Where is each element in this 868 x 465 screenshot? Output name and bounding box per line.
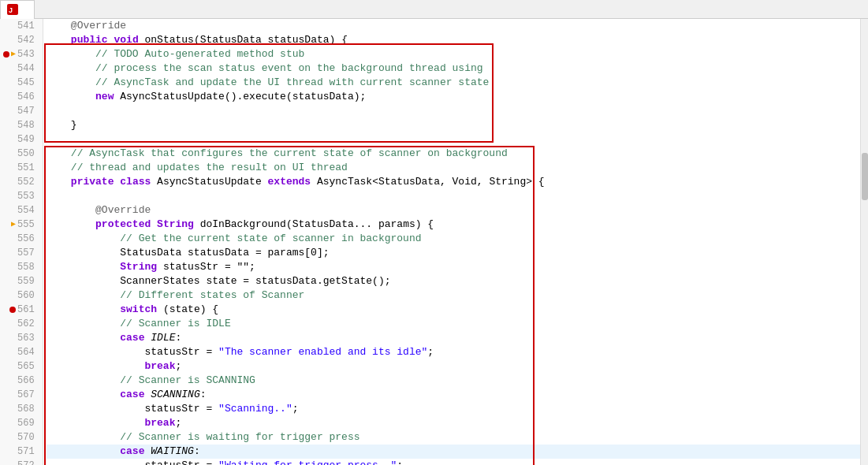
token: ; (427, 345, 434, 359)
scrollbar-thumb[interactable] (862, 153, 868, 200)
token: onStatus(StatusData statusData) { (139, 33, 348, 47)
line-num-text: 551 (17, 161, 35, 175)
token: // Get the current state of scanner in b… (47, 232, 422, 246)
line-num-text: 565 (17, 359, 35, 374)
line-number-553: 553 (3, 189, 38, 203)
token: // AsyncTask that configures the current… (47, 147, 508, 161)
line-number-548: 548 (3, 118, 38, 132)
code-line-557: StatusData statusData = params[0]; (47, 246, 860, 260)
code-content[interactable]: @Override public void onStatus(StatusDat… (43, 19, 860, 465)
token: // Scanner is waiting for trigger press (47, 430, 360, 445)
token: // TODO Auto-generated method stub (47, 47, 305, 61)
line-number-567: 567 (3, 388, 38, 402)
token (47, 303, 121, 317)
line-num-text: 556 (17, 232, 35, 246)
token: @Override (47, 19, 126, 33)
token (108, 33, 114, 47)
code-line-555: protected String doInBackground(StatusDa… (47, 218, 860, 232)
token (47, 359, 145, 374)
line-number-571: 571 (3, 445, 38, 459)
token (114, 175, 120, 189)
line-number-541: 541 (3, 19, 38, 33)
line-num-text: 560 (17, 288, 35, 303)
line-num-text: 558 (17, 260, 35, 274)
line-num-text: 543 (17, 47, 35, 61)
line-number-542: 542 (3, 33, 38, 47)
code-line-549 (47, 132, 860, 147)
line-num-text: 561 (17, 303, 35, 317)
line-num-text: 567 (17, 388, 35, 402)
code-line-548: } (47, 118, 860, 132)
line-num-text: 553 (17, 189, 35, 203)
main-activity-tab[interactable]: J (0, 0, 35, 19)
token: ; (292, 402, 299, 416)
line-num-text: 544 (17, 61, 35, 76)
token: statusStr = (47, 402, 218, 416)
line-num-text: 550 (17, 147, 35, 161)
code-line-559: ScannerStates state = statusData.getStat… (47, 274, 860, 288)
token: // Different states of Scanner (47, 288, 305, 303)
line-num-text: 570 (17, 430, 35, 445)
token: ScannerStates state = statusData.getStat… (47, 274, 391, 288)
token: IDLE (151, 331, 175, 345)
token: WAITING (151, 445, 194, 459)
token (47, 104, 71, 118)
token (144, 445, 151, 459)
line-num-text: 557 (17, 246, 35, 260)
token: SCANNING (151, 388, 199, 402)
java-file-icon: J (7, 4, 18, 15)
token: statusStr = (47, 459, 218, 465)
line-number-566: 566 (3, 374, 38, 388)
code-line-558: String statusStr = ""; (47, 260, 860, 274)
line-num-text: 547 (17, 104, 35, 118)
token: // AsyncTask and update the UI thread wi… (47, 76, 490, 90)
line-number-551: 551 (3, 161, 38, 175)
code-line-554: @Override (47, 203, 860, 218)
token: AsyncStatusUpdate (151, 175, 267, 189)
code-line-566: // Scanner is SCANNING (47, 374, 860, 388)
token: : (194, 445, 200, 459)
code-line-570: // Scanner is waiting for trigger press (47, 430, 860, 445)
code-line-546: new AsyncStatusUpdate().execute(statusDa… (47, 90, 860, 104)
token: case (120, 388, 144, 402)
editor-wrapper: 541542▶543544545546547548549550551552553… (0, 19, 868, 465)
line-number-556: 556 (3, 232, 38, 246)
line-number-564: 564 (3, 345, 38, 359)
token: String (157, 218, 194, 232)
code-line-560: // Different states of Scanner (47, 288, 860, 303)
code-line-572: statusStr = "Waiting for trigger press..… (47, 459, 860, 465)
token: AsyncStatusUpdate().execute(statusData); (114, 90, 366, 104)
token: @Override (47, 203, 151, 218)
token: break (144, 359, 175, 374)
code-line-545: // AsyncTask and update the UI thread wi… (47, 76, 860, 90)
code-line-544: // process the scan status event on the … (47, 61, 860, 76)
token: "The scanner enabled and its idle" (218, 345, 427, 359)
code-line-565: break; (47, 359, 860, 374)
token: : (200, 388, 207, 402)
line-num-text: 564 (17, 345, 35, 359)
token: // Scanner is SCANNING (47, 374, 255, 388)
line-num-text: 571 (17, 445, 35, 459)
token: statusStr = ""; (157, 260, 255, 274)
code-line-571: case WAITING: (47, 445, 860, 459)
token: // thread and updates the result on UI t… (47, 161, 348, 175)
vertical-scrollbar[interactable] (860, 19, 868, 465)
token: new (95, 90, 114, 104)
line-number-558: 558 (3, 260, 38, 274)
token: public (71, 33, 108, 47)
svg-text:J: J (9, 6, 13, 14)
execution-arrow: ▶ (11, 47, 16, 61)
token: class (120, 175, 151, 189)
code-line-568: statusStr = "Scanning.."; (47, 402, 860, 416)
token: // process the scan status event on the … (47, 61, 483, 76)
line-number-568: 568 (3, 402, 38, 416)
token: extends (268, 175, 311, 189)
line-num-text: 549 (17, 132, 35, 147)
code-line-569: break; (47, 416, 860, 430)
code-line-552: private class AsyncStatusUpdate extends … (47, 175, 860, 189)
execution-arrow: ▶ (11, 218, 16, 232)
token: // Scanner is IDLE (47, 317, 231, 331)
line-number-562: 562 (3, 317, 38, 331)
line-number-560: 560 (3, 288, 38, 303)
line-num-text: 555 (17, 218, 35, 232)
